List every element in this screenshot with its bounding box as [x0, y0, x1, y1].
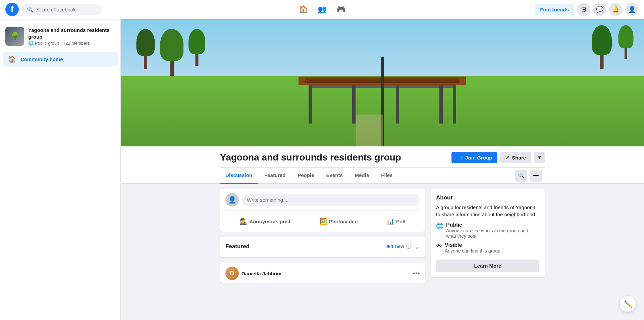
cover-photo	[121, 19, 644, 146]
poll-button[interactable]: 📊 Poll	[381, 215, 411, 228]
search-tab-icon: 🔍	[518, 172, 525, 179]
separator: ·	[60, 41, 62, 46]
tab-events[interactable]: Events	[321, 168, 348, 184]
gaming-nav-button[interactable]: 🎮	[333, 1, 349, 17]
post-2	[309, 85, 312, 124]
poster-initial: D	[230, 270, 234, 277]
sidebar: 🌳 Yagoona and surrounds residents group …	[0, 19, 121, 320]
about-visible-item: 👁 Visible Anyone can find this group.	[436, 242, 539, 254]
more-icon: •••	[533, 173, 539, 179]
new-badge: 1 new	[387, 244, 404, 249]
write-post-input[interactable]	[241, 194, 420, 206]
sidebar-group-name: Yagoona and surrounds residents group	[28, 27, 115, 40]
write-post-card: 👤 🕵️ Anonymous post 🖼️ Photo/video	[220, 189, 425, 232]
featured-header: Featured 1 new ⓘ ⌄	[225, 242, 420, 250]
about-visible-text: Visible Anyone can find this group.	[445, 242, 502, 254]
tree-1	[137, 29, 155, 69]
facebook-logo[interactable]: f	[5, 3, 19, 16]
post-preview: D Daniella Jabbour •••	[220, 263, 425, 283]
canopy-r2	[619, 25, 634, 48]
friends-nav-button[interactable]: 👥	[314, 1, 330, 17]
gaming-icon: 🎮	[336, 5, 345, 14]
nav-center: 🏠 👥 🎮	[119, 1, 525, 17]
post-4	[396, 85, 399, 124]
find-friends-button[interactable]: Find friends	[535, 4, 574, 15]
tab-discussion[interactable]: Discussion	[220, 168, 258, 184]
poll-icon: 📊	[387, 218, 394, 225]
anonymous-label: Anonymous post	[249, 219, 290, 224]
search-input[interactable]	[36, 7, 97, 12]
canopy-1	[137, 29, 155, 56]
more-tab-button[interactable]: •••	[530, 170, 542, 182]
tree-r2	[619, 25, 634, 59]
edit-floating-button[interactable]: ✏️	[620, 296, 636, 312]
canopy-2	[160, 29, 183, 61]
bell-icon: 🔔	[612, 6, 620, 13]
notifications-button[interactable]: 🔔	[609, 3, 623, 16]
write-post-top: 👤	[225, 193, 420, 207]
about-title: About	[436, 194, 539, 201]
featured-chevron-icon[interactable]: ⌄	[414, 242, 420, 250]
share-button[interactable]: ↗ Share	[500, 152, 531, 163]
nav-right: Find friends ⊞ 💬 🔔 👤	[525, 3, 639, 16]
visible-label: Visible	[445, 242, 502, 248]
tab-files[interactable]: Files	[376, 168, 398, 184]
trunk-1	[144, 54, 147, 69]
globe-icon: 🌐	[28, 41, 34, 46]
share-label: Share	[512, 155, 526, 161]
tab-people[interactable]: People	[292, 168, 319, 184]
info-icon[interactable]: ⓘ	[406, 243, 412, 250]
trees-left	[137, 29, 205, 76]
home-icon-sidebar: 🏠	[8, 55, 16, 63]
main-content: Yagoona and surrounds residents group 👥 …	[121, 19, 644, 320]
trees-right	[592, 25, 634, 69]
home-nav-button[interactable]: 🏠	[295, 1, 311, 17]
about-privacy-item: 🌐 Public Anyone can see who's in the gro…	[436, 222, 539, 239]
messenger-button[interactable]: 💬	[593, 3, 606, 16]
group-actions: 👥 Join Group ↗ Share ▾	[451, 152, 545, 163]
post-5	[439, 85, 443, 124]
trunk-3	[195, 52, 198, 66]
tree-3	[189, 29, 205, 66]
sidebar-item-community-home[interactable]: 🏠 Community home	[3, 52, 118, 66]
group-avatar-image: 🌳	[5, 27, 24, 46]
more-options-button[interactable]: ▾	[534, 152, 545, 163]
account-button[interactable]: 👤	[625, 3, 639, 16]
blue-dot	[387, 245, 390, 248]
privacy-desc: Anyone can see who's in the group and wh…	[446, 228, 539, 239]
nav-left: f 🔍	[5, 3, 119, 16]
tree-2	[160, 29, 183, 76]
learn-more-button[interactable]: Learn More	[436, 260, 539, 272]
anonymous-post-button[interactable]: 🕵️ Anonymous post	[234, 215, 296, 228]
group-meta: 🌐 Public group · 722 members	[28, 41, 115, 46]
page-wrapper: 🌳 Yagoona and surrounds residents group …	[0, 19, 644, 320]
photo-video-button[interactable]: 🖼️ Photo/video	[314, 215, 363, 228]
posts-column: 👤 🕵️ Anonymous post 🖼️ Photo/video	[220, 189, 425, 283]
sidebar-right: About A group for residents and friends …	[431, 189, 545, 283]
search-tab-button[interactable]: 🔍	[515, 170, 527, 182]
path	[356, 115, 383, 146]
join-group-button[interactable]: 👥 Join Group	[451, 152, 497, 163]
group-avatar: 🌳	[5, 27, 24, 46]
svg-text:f: f	[11, 4, 14, 14]
canopy-r1	[592, 25, 612, 55]
search-bar[interactable]: 🔍	[21, 4, 102, 15]
account-icon: 👤	[628, 6, 636, 13]
group-title: Yagoona and surrounds residents group	[220, 152, 401, 163]
post-actions: 🕵️ Anonymous post 🖼️ Photo/video 📊 Poll	[225, 211, 420, 228]
post-3	[352, 85, 356, 124]
post-more-button[interactable]: •••	[413, 270, 420, 277]
cover-photo-inner	[121, 19, 644, 146]
messenger-icon: 💬	[596, 6, 603, 13]
tab-featured[interactable]: Featured	[259, 168, 291, 184]
group-title-row: Yagoona and surrounds residents group 👥 …	[220, 152, 545, 167]
poster-avatar: D	[225, 267, 239, 280]
group-info: 🌳 Yagoona and surrounds residents group …	[0, 24, 120, 51]
grid-menu-button[interactable]: ⊞	[577, 3, 590, 16]
eye-icon: 👁	[436, 242, 442, 249]
tab-media[interactable]: Media	[350, 168, 375, 184]
canopy-3	[189, 29, 205, 54]
poster-name: Daniella Jabbour	[241, 271, 282, 276]
home-icon: 🏠	[299, 5, 308, 14]
photo-icon: 🖼️	[320, 218, 327, 225]
